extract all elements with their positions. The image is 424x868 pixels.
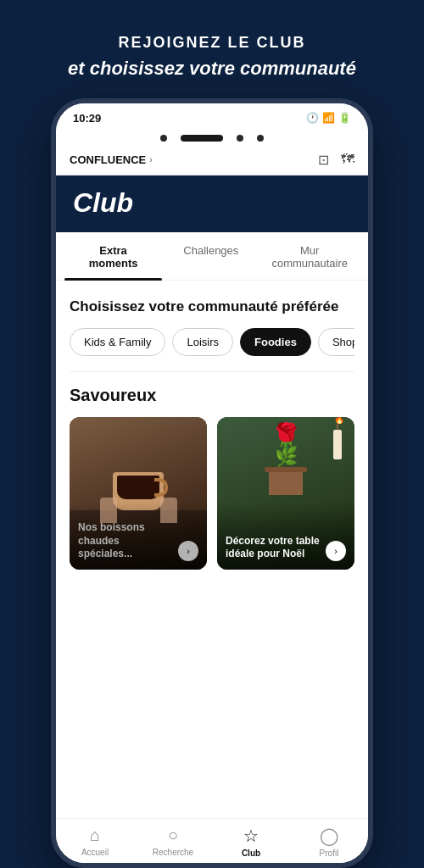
hand-left — [100, 498, 117, 523]
camera-dot-left — [160, 135, 167, 142]
tab-mur-communautaire[interactable]: Mur communautaire — [259, 232, 360, 280]
profile-icon: ◯ — [320, 826, 338, 846]
browser-icons: ⊡ 🗺 — [318, 152, 354, 168]
alarm-icon: 🕐 — [306, 112, 319, 124]
floral-decor: 🌹 🌿 — [269, 424, 303, 495]
nav-accueil-label: Accueil — [81, 848, 109, 857]
phone-frame: 10:29 🕐 📶 🔋 CONFLUENCE › ⊡ 🗺 — [51, 98, 373, 868]
camera-dot-far — [257, 135, 264, 142]
card-table-deco[interactable]: 🌹 🌿 🔥 — [217, 417, 354, 570]
community-section: Choisissez votre communauté préférée Kid… — [56, 281, 368, 371]
app-header: Club — [56, 175, 368, 232]
card2-overlay: Décorez votre table idéale pour Noël › — [217, 502, 354, 570]
nav-recherche[interactable]: ○ Recherche — [134, 826, 212, 858]
cup-handle — [154, 478, 168, 497]
vase-rim — [265, 467, 307, 472]
community-heading: Choisissez votre communauté préférée — [70, 298, 354, 316]
camera-area — [56, 130, 368, 145]
browser-bar[interactable]: CONFLUENCE › ⊡ 🗺 — [56, 145, 368, 175]
card2-arrow[interactable]: › — [326, 541, 346, 561]
savoureux-section: Savoureux — [56, 372, 368, 580]
status-time: 10:29 — [73, 112, 101, 125]
savoureux-title: Savoureux — [70, 386, 354, 405]
scan-icon[interactable]: ⊡ — [318, 152, 329, 168]
nav-recherche-label: Recherche — [153, 848, 193, 857]
flame-icon: 🔥 — [334, 417, 344, 424]
app-content: Extra moments Challenges Mur communautai… — [56, 232, 368, 818]
tab-challenges[interactable]: Challenges — [162, 232, 259, 280]
home-icon: ⌂ — [90, 826, 100, 845]
status-bar: 10:29 🕐 📶 🔋 — [56, 103, 368, 130]
wifi-icon: 📶 — [322, 112, 335, 124]
coffee-liquid — [117, 476, 159, 499]
search-icon: ○ — [168, 826, 178, 845]
community-chips: Kids & Family Loisirs Foodies Shoppers — [70, 328, 354, 358]
camera-dot-right — [237, 135, 243, 142]
vase — [269, 470, 303, 495]
url-chevron: › — [149, 154, 153, 164]
card1-text: Nos boissons chaudes spéciales... — [78, 521, 173, 561]
hands-area — [78, 498, 198, 523]
chip-loisirs[interactable]: Loisirs — [172, 328, 233, 356]
header-title: REJOIGNEZ LE CLUB — [17, 34, 407, 52]
url-text: CONFLUENCE — [70, 153, 146, 166]
card1-arrow[interactable]: › — [178, 541, 198, 561]
chip-kids-family[interactable]: Kids & Family — [70, 328, 165, 356]
club-icon: ☆ — [243, 826, 259, 846]
nav-profil[interactable]: ◯ Profil — [290, 826, 368, 858]
chip-foodies[interactable]: Foodies — [240, 328, 311, 356]
cards-row: Nos boissons chaudes spéciales... › 🌹 🌿 — [70, 417, 354, 570]
hand-right — [160, 498, 177, 523]
header-subtitle: et choisissez votre communauté — [17, 57, 407, 81]
chip-shoppers[interactable]: Shoppers — [318, 328, 354, 356]
nav-club-label: Club — [242, 849, 260, 858]
camera-pill — [181, 135, 223, 142]
app-title: Club — [73, 187, 351, 219]
status-icons: 🕐 📶 🔋 — [306, 112, 351, 124]
nav-club[interactable]: ☆ Club — [212, 826, 290, 858]
nav-profil-label: Profil — [320, 849, 339, 858]
tab-extra-moments[interactable]: Extra moments — [64, 232, 162, 280]
candle-body: 🔥 — [333, 430, 342, 459]
bottom-nav: ⌂ Accueil ○ Recherche ☆ Club ◯ Profil — [56, 818, 368, 863]
page-header: REJOIGNEZ LE CLUB et choisissez votre co… — [0, 0, 424, 98]
card2-text: Décorez votre table idéale pour Noël — [226, 535, 321, 561]
card-hot-drinks[interactable]: Nos boissons chaudes spéciales... › — [70, 417, 207, 570]
browser-url[interactable]: CONFLUENCE › — [70, 153, 153, 166]
tab-bar: Extra moments Challenges Mur communautai… — [56, 232, 368, 281]
nav-accueil[interactable]: ⌂ Accueil — [56, 826, 134, 858]
map-icon[interactable]: 🗺 — [341, 152, 354, 168]
battery-icon: 🔋 — [338, 112, 351, 124]
candle: 🔥 — [333, 430, 342, 459]
